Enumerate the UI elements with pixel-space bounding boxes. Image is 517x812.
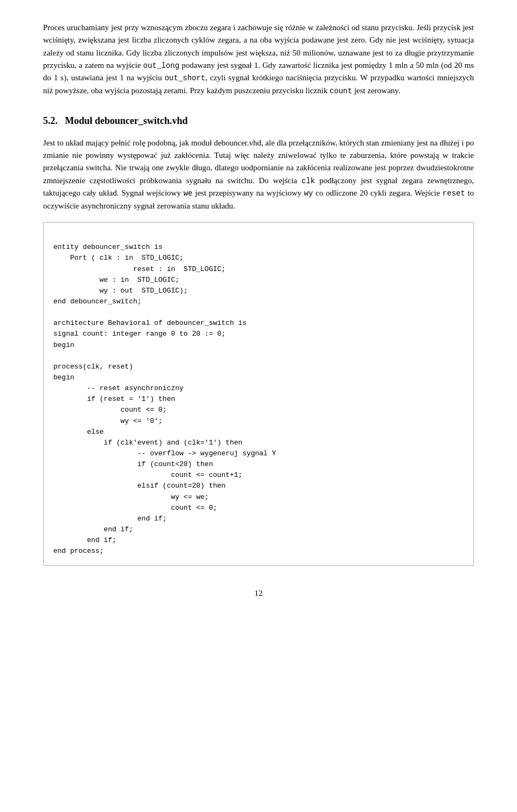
page-content: Proces uruchamiany jest przy wznoszącym … bbox=[43, 22, 474, 600]
section-text: Jest to układ mający pełnić rolę podobną… bbox=[43, 138, 474, 210]
code-line-11: begin bbox=[53, 373, 74, 381]
code-line-12: -- reset asynchroniczny bbox=[53, 384, 184, 392]
code-we: we bbox=[184, 189, 193, 198]
code-line-2: Port ( clk : in STD_LOGIC; bbox=[53, 254, 184, 262]
code-line-15: wy <= '0'; bbox=[53, 417, 163, 425]
code-line-13: if (reset = '1') then bbox=[53, 395, 175, 403]
page-number: 12 bbox=[43, 587, 474, 600]
section-heading: 5.2. Moduł debouncer_switch.vhd bbox=[43, 114, 474, 128]
code-line-26: end if; bbox=[53, 536, 116, 544]
code-line-25: end if; bbox=[53, 525, 133, 533]
code-line-18: -- overflow -> wygeneruj sygnal Y bbox=[53, 449, 276, 457]
section-paragraph: Jest to układ mający pełnić rolę podobną… bbox=[43, 137, 474, 212]
code-line-16: else bbox=[53, 428, 104, 436]
section-number: 5.2. bbox=[43, 115, 58, 126]
page-number-value: 12 bbox=[255, 589, 263, 598]
code-line-4: we : in STD_LOGIC; bbox=[53, 276, 179, 284]
code-out-long: out_long bbox=[143, 61, 179, 70]
code-line-19: if (count<20) then bbox=[53, 460, 213, 468]
code-line-3: reset : in STD_LOGIC; bbox=[53, 265, 226, 273]
section-title: Moduł debouncer_switch.vhd bbox=[65, 115, 188, 126]
code-line-22: wy <= we; bbox=[53, 493, 209, 501]
code-line-1: entity debouncer_switch is bbox=[53, 243, 163, 251]
code-line-27: end process; bbox=[53, 547, 104, 555]
code-line-7: architecture Behavioral of debouncer_swi… bbox=[53, 319, 247, 327]
code-line-17: if (clk'event) and (clk='1') then bbox=[53, 439, 242, 447]
code-reset: reset bbox=[443, 189, 465, 198]
code-line-8: signal count: integer range 0 to 20 := 0… bbox=[53, 330, 226, 338]
intro-text: Proces uruchamiany jest przy wznoszącym … bbox=[43, 23, 474, 95]
code-wy: wy bbox=[304, 189, 313, 198]
code-line-14: count <= 0; bbox=[53, 406, 167, 414]
code-line-24: end if; bbox=[53, 515, 167, 523]
code-block: entity debouncer_switch is Port ( clk : … bbox=[43, 222, 474, 566]
intro-paragraph: Proces uruchamiany jest przy wznoszącym … bbox=[43, 22, 474, 98]
code-line-10: process(clk, reset) bbox=[53, 363, 133, 371]
code-line-23: count <= 0; bbox=[53, 504, 217, 512]
code-line-5: wy : out STD_LOGIC); bbox=[53, 287, 188, 295]
code-line-9: begin bbox=[53, 341, 74, 349]
code-clk: clk bbox=[302, 177, 315, 185]
code-line-6: end debouncer_switch; bbox=[53, 297, 142, 306]
code-count: count bbox=[330, 87, 352, 95]
code-out-short: out_short bbox=[165, 74, 206, 82]
code-line-21: elsif (count=20) then bbox=[53, 482, 226, 490]
code-line-20: count <= count+1; bbox=[53, 471, 242, 479]
